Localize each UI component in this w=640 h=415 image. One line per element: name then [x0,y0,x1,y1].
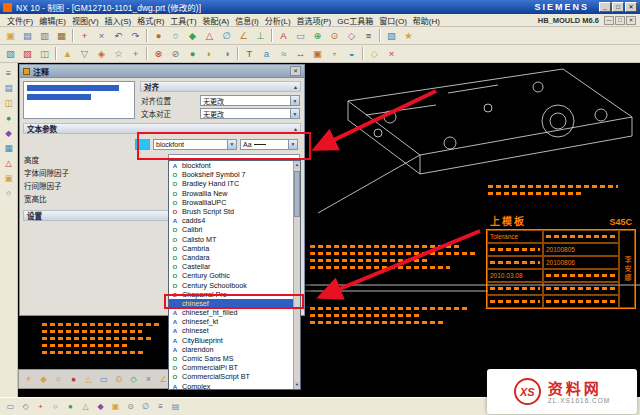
font-list-item[interactable]: OCommercialPi BT [169,363,293,372]
font-list-item[interactable]: AComplex [169,382,293,390]
font-list-item[interactable]: OBrowallia New [169,189,293,198]
status-tool-icon[interactable]: ▤ [168,400,183,413]
toolbar-icon[interactable]: ◈ [93,46,110,61]
toolbar-icon[interactable]: ↔ [292,46,309,61]
toolbar-icon[interactable]: ○ [167,28,184,43]
font-list-item[interactable]: OCalisto MT [169,235,293,244]
font-list-item[interactable]: Ablockfont [169,161,293,170]
toolbar-icon[interactable]: + [127,46,144,61]
toolbar-icon[interactable]: ◑ [218,46,235,61]
left-tool-icon[interactable]: ▣ [1,170,16,185]
collapse-icon[interactable]: ▴ [294,125,297,132]
status-tool-icon[interactable]: ◆ [93,400,108,413]
font-list-item[interactable]: OBrush Script Std [169,207,293,216]
font-list-item[interactable]: Acadds4 [169,216,293,225]
collapse-icon[interactable]: ▴ [294,83,297,90]
toolbar-icon[interactable]: ▽ [76,46,93,61]
toolbar-icon[interactable]: ◒ [343,46,360,61]
snap-icon[interactable]: ○ [51,372,66,386]
snap-icon[interactable]: ▭ [96,372,111,386]
font-list-item[interactable]: Achinesef_ht_filled [169,308,293,317]
left-tool-icon[interactable]: ▦ [1,140,16,155]
font-list-item[interactable]: OCalibri [169,225,293,234]
toolbar-icon[interactable]: ⊗ [150,46,167,61]
toolbar-icon[interactable]: A [275,28,292,43]
status-tool-icon[interactable]: ◇ [18,400,33,413]
toolbar-icon[interactable]: ◫ [36,46,53,61]
status-tool-icon[interactable]: ⊙ [123,400,138,413]
toolbar-icon[interactable]: △ [201,28,218,43]
left-tool-icon[interactable]: ≡ [1,65,16,80]
toolbar-icon[interactable]: ◆ [184,28,201,43]
toolbar-icon[interactable]: ▣ [309,46,326,61]
align-row-combo[interactable]: 无更改▾ [200,108,300,119]
status-tool-icon[interactable]: ≡ [153,400,168,413]
font-list-item[interactable]: OCandara [169,253,293,262]
font-list-item[interactable]: OComic Sans MS [169,354,293,363]
menu-item[interactable]: 装配(A) [200,15,233,26]
toolbar-icon[interactable]: ▭ [292,28,309,43]
menu-item[interactable]: 工具(T) [167,15,199,26]
menu-item[interactable]: 编辑(E) [36,15,69,26]
align-row-combo[interactable]: 无更改▾ [200,95,300,106]
drawing-canvas[interactable]: 上模板 S45C Tolerance 李安娜 20100805 20100806… [18,63,640,397]
snap-icon[interactable]: △ [81,372,96,386]
scrollbar-thumb[interactable] [294,171,300,217]
toolbar-icon[interactable]: ⊥ [252,28,269,43]
font-list-item[interactable]: OBradley Hand ITC [169,179,293,188]
font-list-item[interactable]: OCommercialScript BT [169,372,293,381]
toolbar-icon[interactable]: ∠ [235,28,252,43]
chevron-down-icon[interactable]: ▾ [290,96,299,105]
toolbar-icon[interactable]: ▧ [2,46,19,61]
toolbar-icon[interactable]: + [76,28,93,43]
snap-icon[interactable]: ◇ [126,372,141,386]
menu-item[interactable]: 分析(L) [262,15,294,26]
toolbar-icon[interactable]: ▦ [53,28,70,43]
toolbar-icon[interactable]: ▤ [19,28,36,43]
toolbar-icon[interactable]: ≈ [275,46,292,61]
toolbar-icon[interactable]: × [383,46,400,61]
status-tool-icon[interactable]: ○ [48,400,63,413]
status-tool-icon[interactable]: + [33,400,48,413]
toolbar-icon[interactable]: × [93,28,110,43]
toolbar-icon[interactable]: ▧ [383,28,400,43]
left-tool-icon[interactable]: △ [1,155,16,170]
snap-icon[interactable]: + [21,372,36,386]
font-list-item[interactable]: OCastellar [169,262,293,271]
menu-item[interactable]: GC工具箱 [334,15,376,26]
toolbar-icon[interactable]: ▲ [59,46,76,61]
toolbar-icon[interactable]: ↶ [110,28,127,43]
toolbar-icon[interactable]: ≡ [360,28,377,43]
toolbar-icon[interactable]: ↷ [127,28,144,43]
font-list-item[interactable]: Achineset [169,326,293,335]
window-control-button[interactable]: _ [599,2,611,12]
menu-item[interactable]: 首选项(P) [294,15,335,26]
mdi-control-button[interactable]: — [604,16,614,25]
status-tool-icon[interactable]: ▣ [108,400,123,413]
scroll-up-icon[interactable]: ▲ [294,161,300,169]
left-tool-icon[interactable]: ◫ [1,95,16,110]
toolbar-icon[interactable]: ◐ [201,46,218,61]
scroll-down-icon[interactable]: ▼ [294,381,300,389]
toolbar-icon[interactable]: ◇ [366,46,383,61]
toolbar-icon[interactable]: ● [150,28,167,43]
window-control-button[interactable]: ✕ [625,2,637,12]
close-icon[interactable]: ✕ [290,66,301,76]
font-list-item[interactable]: OBrowalliaUPC [169,198,293,207]
left-tool-icon[interactable]: ◆ [1,125,16,140]
toolbar-icon[interactable]: ⊕ [309,28,326,43]
font-list-item[interactable]: ACityBlueprint [169,336,293,345]
menu-item[interactable]: 帮助(H) [410,15,443,26]
toolbar-icon[interactable]: a [258,46,275,61]
left-tool-icon[interactable]: ○ [1,185,16,200]
menu-item[interactable]: 信息(I) [232,15,262,26]
chevron-down-icon[interactable]: ▾ [290,109,299,118]
left-tool-icon[interactable]: ▤ [1,80,16,95]
font-list-item[interactable]: OBookshelf Symbol 7 [169,170,293,179]
toolbar-icon[interactable]: ⊙ [326,28,343,43]
toolbar-icon[interactable]: ▥ [36,28,53,43]
text-input-box[interactable] [23,81,135,119]
menu-item[interactable]: 格式(R) [134,15,167,26]
font-list-item[interactable]: OCambria [169,244,293,253]
toolbar-icon[interactable]: ▨ [19,46,36,61]
